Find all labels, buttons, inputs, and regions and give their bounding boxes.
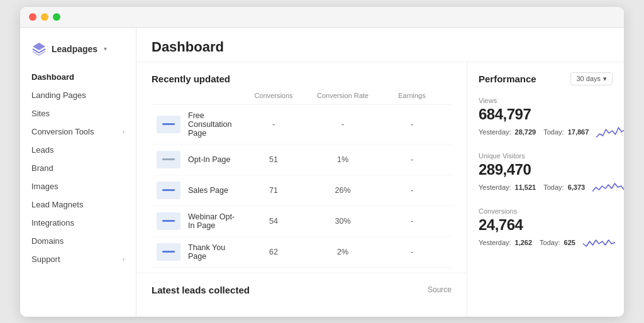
metric-sub: Yesterday: 28,729 Today: 17,867 bbox=[479, 124, 613, 140]
earnings-cell: - bbox=[377, 248, 447, 256]
content-row: Recently updated Conversions Conversion … bbox=[136, 62, 624, 317]
nav-chevron-icon: › bbox=[123, 128, 125, 135]
metric-value: 24,764 bbox=[479, 216, 613, 234]
sidebar-item-integrations[interactable]: Integrations bbox=[20, 214, 136, 232]
latest-leads-section: Latest leads collected Source bbox=[136, 273, 467, 307]
metric-block: Conversions24,764Yesterday: 1,262 Today:… bbox=[479, 207, 613, 250]
sidebar-item-images[interactable]: Images bbox=[20, 177, 136, 195]
page-thumbnail bbox=[157, 116, 180, 133]
today-value: 625 bbox=[564, 239, 575, 246]
table-row[interactable]: Opt-In Page511%- bbox=[152, 145, 452, 175]
brand-logo[interactable]: Leadpages ▾ bbox=[20, 38, 136, 68]
table-row[interactable]: Free Consultation Page--- bbox=[152, 105, 452, 145]
earnings-cell: - bbox=[377, 186, 447, 195]
performance-panel: Performance 30 days ▾ Views684,797Yester… bbox=[467, 62, 624, 317]
nav-chevron-icon: › bbox=[123, 256, 125, 263]
sidebar-item-leads[interactable]: Leads bbox=[20, 141, 136, 159]
earnings-cell: - bbox=[377, 155, 447, 164]
metric-block: Views684,797Yesterday: 28,729 Today: 17,… bbox=[479, 97, 613, 140]
thumb-decoration bbox=[162, 189, 175, 191]
sidebar-item-brand[interactable]: Brand bbox=[20, 159, 136, 177]
recently-updated-section: Recently updated Conversions Conversion … bbox=[136, 62, 467, 268]
thumb-decoration bbox=[162, 158, 175, 160]
minimize-button[interactable] bbox=[41, 13, 48, 21]
nav-item-label: Support bbox=[31, 255, 60, 264]
metric-label: Unique Visitors bbox=[479, 152, 613, 160]
sidebar-item-lead-magnets[interactable]: Lead Magnets bbox=[20, 195, 136, 214]
sidebar-item-support[interactable]: Support› bbox=[20, 250, 136, 268]
pages-list: Free Consultation Page---Opt-In Page511%… bbox=[152, 105, 452, 268]
metric-label: Views bbox=[479, 97, 613, 104]
sidebar-item-dashboard[interactable]: Dashboard bbox=[20, 68, 136, 86]
sparkline bbox=[595, 124, 624, 140]
page-name: Free Consultation Page bbox=[188, 111, 239, 138]
table-row[interactable]: Sales Page7126%- bbox=[152, 175, 452, 206]
metric-value: 684,797 bbox=[479, 106, 613, 123]
yesterday-label: Yesterday: bbox=[479, 239, 511, 246]
rate-cell: 26% bbox=[308, 186, 377, 195]
rate-cell: 30% bbox=[308, 217, 377, 226]
page-name: Opt-In Page bbox=[188, 155, 239, 164]
performance-title: Performance bbox=[479, 74, 536, 84]
brand-name: Leadpages bbox=[52, 44, 97, 54]
layers-icon bbox=[31, 41, 47, 57]
nav-item-label: Sites bbox=[31, 109, 50, 118]
table-row[interactable]: Webinar Opt-In Page5430%- bbox=[152, 206, 452, 237]
earnings-cell: - bbox=[377, 217, 447, 226]
svg-marker-0 bbox=[33, 43, 45, 50]
earnings-cell: - bbox=[377, 120, 447, 129]
nav-item-label: Images bbox=[31, 182, 58, 191]
page-name: Webinar Opt-In Page bbox=[188, 212, 239, 230]
days-chevron-icon: ▾ bbox=[603, 75, 607, 83]
nav-item-label: Conversion Tools bbox=[31, 127, 94, 136]
days-label: 30 days bbox=[576, 75, 601, 82]
app-body: Leadpages ▾ DashboardLanding PagesSitesC… bbox=[20, 28, 624, 317]
page-thumbnail bbox=[157, 243, 180, 261]
metric-sub: Yesterday: 1,262 Today: 625 bbox=[479, 235, 613, 250]
yesterday-label: Yesterday: bbox=[479, 128, 511, 136]
yesterday-value: 11,521 bbox=[515, 183, 536, 191]
thumb-decoration bbox=[162, 220, 175, 222]
main-content: Dashboard Recently updated Conversions C… bbox=[136, 28, 624, 317]
conversions-cell: 51 bbox=[239, 155, 308, 164]
page-name: Sales Page bbox=[188, 186, 239, 195]
metric-block: Unique Visitors289,470Yesterday: 11,521 … bbox=[479, 152, 613, 195]
page-thumbnail bbox=[157, 182, 180, 199]
conversions-cell: 71 bbox=[239, 186, 308, 195]
today-label: Today: bbox=[543, 128, 564, 136]
latest-leads-title: Latest leads collected bbox=[152, 285, 250, 295]
nav-item-label: Landing Pages bbox=[31, 90, 86, 100]
recently-updated-title: Recently updated bbox=[152, 74, 230, 84]
close-button[interactable] bbox=[29, 13, 36, 21]
metric-label: Conversions bbox=[479, 207, 613, 215]
sidebar-item-sites[interactable]: Sites bbox=[20, 104, 136, 123]
nav-item-label: Domains bbox=[31, 236, 64, 246]
app-window: Leadpages ▾ DashboardLanding PagesSitesC… bbox=[20, 7, 624, 317]
days-filter-button[interactable]: 30 days ▾ bbox=[570, 72, 613, 85]
today-label: Today: bbox=[540, 239, 560, 246]
metrics-list: Views684,797Yesterday: 28,729 Today: 17,… bbox=[479, 97, 613, 250]
yesterday-value: 28,729 bbox=[515, 128, 536, 136]
spark-svg bbox=[591, 180, 624, 194]
sparkline bbox=[582, 235, 616, 250]
thumb-decoration bbox=[162, 251, 175, 253]
rate-cell: 1% bbox=[308, 155, 377, 164]
spark-svg bbox=[582, 235, 616, 249]
maximize-button[interactable] bbox=[53, 13, 60, 21]
source-label: Source bbox=[428, 285, 452, 294]
page-name: Thank You Page bbox=[188, 243, 239, 261]
yesterday-label: Yesterday: bbox=[479, 183, 511, 191]
nav-item-label: Integrations bbox=[31, 218, 74, 227]
table-row[interactable]: Thank You Page622%- bbox=[152, 237, 452, 268]
sidebar-item-landing-pages[interactable]: Landing Pages bbox=[20, 86, 136, 104]
leads-header: Latest leads collected Source bbox=[152, 285, 452, 295]
col-rate-header: Conversion Rate bbox=[308, 92, 377, 99]
titlebar bbox=[20, 7, 624, 28]
section-header: Recently updated bbox=[152, 74, 452, 84]
page-title: Dashboard bbox=[152, 39, 609, 55]
sidebar-item-conversion-tools[interactable]: Conversion Tools› bbox=[20, 123, 136, 141]
nav-item-label: Dashboard bbox=[31, 72, 74, 82]
spark-svg bbox=[595, 124, 624, 138]
sidebar-item-domains[interactable]: Domains bbox=[20, 232, 136, 250]
metric-value: 289,470 bbox=[479, 161, 613, 178]
